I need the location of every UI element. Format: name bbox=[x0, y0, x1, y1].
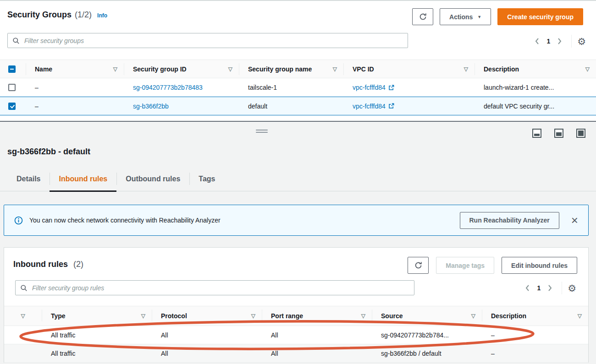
cell-sg-id: sg-b366f2bb bbox=[124, 97, 239, 115]
column-header-sg-id[interactable]: Security group ID ▽ bbox=[124, 60, 239, 78]
divider bbox=[562, 282, 562, 294]
inbound-rules-title-text: Inbound rules bbox=[13, 260, 68, 269]
gear-icon[interactable]: ⚙ bbox=[568, 283, 576, 293]
panel-size-small-icon[interactable] bbox=[532, 129, 541, 138]
inbound-rules-table: ▽ Type ▽ Protocol ▽ Port range ▽ Source … bbox=[4, 306, 588, 363]
sort-icon: ▽ bbox=[21, 313, 25, 319]
cell-sg-name: default bbox=[239, 97, 343, 115]
sort-icon: ▽ bbox=[333, 66, 337, 72]
page-number[interactable]: 1 bbox=[537, 284, 541, 292]
manage-tags-button[interactable]: Manage tags bbox=[436, 257, 494, 274]
column-header-source[interactable]: Source ▽ bbox=[372, 306, 482, 326]
cell-vpc-id: vpc-fcfffd84 bbox=[343, 78, 475, 97]
cell-protocol: All bbox=[152, 326, 262, 344]
vpc-id-link[interactable]: vpc-fcfffd84 bbox=[353, 103, 394, 110]
sg-id-link[interactable]: sg-b366f2bb bbox=[133, 103, 169, 110]
cell-port-range: All bbox=[262, 344, 372, 362]
cell-rule bbox=[4, 326, 42, 344]
column-header-port-range[interactable]: Port range ▽ bbox=[262, 306, 372, 326]
sort-icon: ▽ bbox=[113, 66, 117, 72]
select-all-checkbox[interactable] bbox=[8, 65, 16, 73]
column-header-name[interactable]: Name ▽ bbox=[26, 60, 124, 78]
chevron-right-icon bbox=[557, 38, 562, 45]
row-checkbox-checked[interactable] bbox=[8, 103, 16, 110]
column-header-description[interactable]: Description ▽ bbox=[482, 306, 588, 326]
gear-icon[interactable]: ⚙ bbox=[577, 37, 586, 46]
cell-source: sg-094207773b2b784... bbox=[372, 326, 482, 344]
chevron-left-icon bbox=[525, 284, 530, 292]
panel-size-large-icon[interactable] bbox=[576, 129, 585, 138]
previous-page-button[interactable] bbox=[531, 35, 543, 47]
column-label: Security group name bbox=[248, 65, 312, 73]
column-label: Description bbox=[491, 312, 526, 320]
vpc-id-text: vpc-fcfffd84 bbox=[353, 103, 386, 110]
tab-tags[interactable]: Tags bbox=[189, 167, 224, 191]
filter-security-groups-input[interactable] bbox=[7, 33, 408, 48]
refresh-icon bbox=[419, 13, 427, 21]
table-row-selected: – sg-b366f2bb default vpc-fcfffd84 bbox=[0, 97, 596, 115]
sort-icon: ▽ bbox=[585, 66, 590, 72]
edit-inbound-rules-button[interactable]: Edit inbound rules bbox=[502, 257, 577, 274]
next-page-button[interactable] bbox=[554, 35, 566, 47]
refresh-button[interactable] bbox=[408, 257, 429, 274]
row-checkbox[interactable] bbox=[8, 84, 16, 91]
close-icon[interactable]: × bbox=[571, 216, 578, 225]
inbound-rules-count: (2) bbox=[73, 260, 83, 269]
page-count: (1/2) bbox=[75, 10, 92, 20]
banner-message: You can now check network connectivity w… bbox=[29, 217, 221, 224]
actions-button[interactable]: Actions ▼ bbox=[440, 8, 491, 25]
inbound-rule-row: All traffic All All sg-094207773b2b784..… bbox=[4, 326, 588, 344]
security-groups-table: Name ▽ Security group ID ▽ Security grou… bbox=[0, 60, 596, 115]
next-page-button[interactable] bbox=[544, 282, 556, 294]
vpc-id-link[interactable]: vpc-fcfffd84 bbox=[353, 84, 394, 91]
checkbox-cell bbox=[0, 78, 26, 97]
table-header-row: Name ▽ Security group ID ▽ Security grou… bbox=[0, 60, 596, 78]
split-panel-size-controls bbox=[532, 129, 585, 138]
column-label: Source bbox=[381, 312, 403, 320]
column-header-rule[interactable]: ▽ bbox=[4, 306, 42, 326]
refresh-icon bbox=[414, 261, 422, 269]
sg-id-link[interactable]: sg-094207773b2b78483 bbox=[133, 84, 203, 91]
select-all-cell[interactable] bbox=[0, 60, 26, 78]
page-title-row: Security Groups (1/2) Info bbox=[7, 10, 107, 20]
sort-icon: ▽ bbox=[464, 66, 468, 72]
run-reachability-analyzer-button[interactable]: Run Reachability Analyzer bbox=[460, 212, 559, 229]
pagination: 1 ⚙ bbox=[531, 35, 586, 48]
cell-protocol: All bbox=[152, 344, 262, 362]
info-icon bbox=[14, 216, 23, 225]
filter-rules bbox=[15, 280, 414, 295]
column-header-protocol[interactable]: Protocol ▽ bbox=[152, 306, 262, 326]
tab-outbound-rules[interactable]: Outbound rules bbox=[116, 167, 189, 191]
column-header-vpc-id[interactable]: VPC ID ▽ bbox=[343, 60, 475, 78]
cell-type: All traffic bbox=[42, 326, 152, 344]
column-label: Security group ID bbox=[133, 65, 187, 73]
inbound-rules-title: Inbound rules (2) bbox=[13, 260, 83, 269]
reachability-analyzer-banner: You can now check network connectivity w… bbox=[4, 205, 589, 236]
table-header-row: ▽ Type ▽ Protocol ▽ Port range ▽ Source … bbox=[4, 306, 588, 326]
split-panel-drag-handle[interactable] bbox=[256, 130, 268, 134]
filter-security-groups bbox=[7, 33, 408, 48]
cell-source: sg-b366f2bb / default bbox=[372, 344, 482, 362]
inbound-rule-row: All traffic All All sg-b366f2bb / defaul… bbox=[4, 344, 588, 363]
info-link[interactable]: Info bbox=[97, 12, 107, 19]
column-label: Port range bbox=[271, 312, 303, 320]
column-label: Name bbox=[35, 65, 52, 73]
panel-size-medium-icon[interactable] bbox=[554, 129, 563, 138]
create-security-group-button[interactable]: Create security group bbox=[497, 8, 583, 25]
external-link-icon bbox=[388, 103, 394, 109]
cell-name: – bbox=[26, 78, 124, 97]
inbound-rules-card: Inbound rules (2) Manage tags Edit inbou… bbox=[4, 247, 589, 363]
vpc-id-text: vpc-fcfffd84 bbox=[353, 84, 386, 91]
filter-rules-input[interactable] bbox=[15, 280, 414, 295]
page-number[interactable]: 1 bbox=[546, 38, 550, 45]
tab-details[interactable]: Details bbox=[7, 167, 50, 191]
refresh-button[interactable] bbox=[412, 8, 433, 25]
sort-icon: ▽ bbox=[471, 313, 475, 319]
column-header-sg-name[interactable]: Security group name ▽ bbox=[239, 60, 343, 78]
cell-description: launch-wizard-1 create... bbox=[475, 78, 596, 97]
previous-page-button[interactable] bbox=[521, 282, 533, 294]
tab-inbound-rules[interactable]: Inbound rules bbox=[50, 167, 116, 191]
sort-icon: ▽ bbox=[361, 313, 365, 319]
column-header-description[interactable]: Description ▽ bbox=[475, 60, 596, 78]
column-header-type[interactable]: Type ▽ bbox=[42, 306, 152, 326]
